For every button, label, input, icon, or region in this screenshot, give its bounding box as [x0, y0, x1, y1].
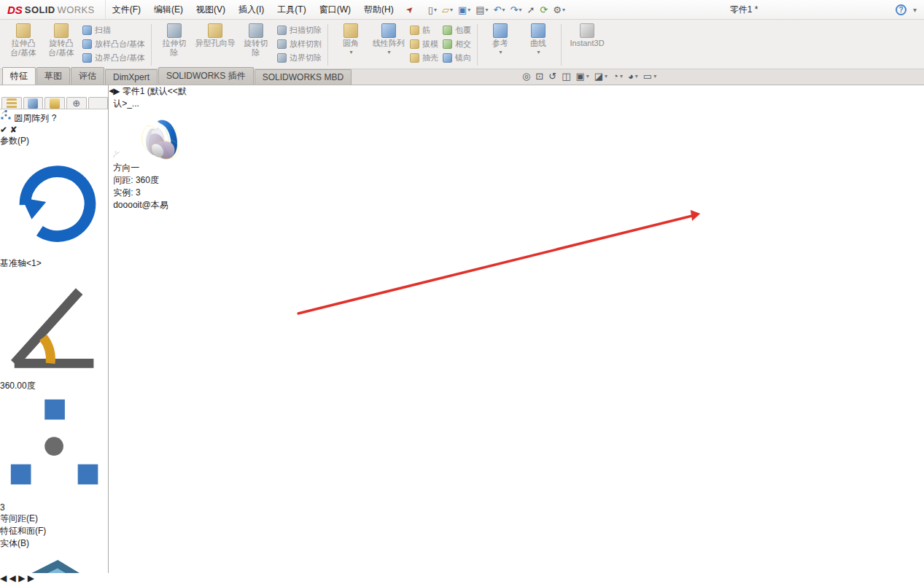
- new-document-button[interactable]: ▯▾: [427, 4, 438, 16]
- displaymanager-tab[interactable]: [88, 97, 109, 109]
- scroll-first-icon[interactable]: ◀: [0, 573, 7, 583]
- linear-pattern-button[interactable]: 线性阵列 ▾: [370, 21, 408, 69]
- propertymanager-tab[interactable]: [23, 97, 44, 109]
- menu-edit[interactable]: 编辑(E): [147, 0, 190, 19]
- draft-icon: [410, 39, 419, 49]
- direction1-dialog[interactable]: 方向一 间距: 360度 实例: 3: [113, 162, 192, 199]
- dropdown-caret-icon: ▾: [467, 7, 470, 13]
- redo-button[interactable]: ↷▾: [508, 4, 523, 16]
- boundary-boss-button[interactable]: 边界凸台/基体: [80, 52, 147, 63]
- swept-boss-button[interactable]: 扫描: [80, 25, 147, 36]
- swept-cut-button[interactable]: 扫描切除: [275, 25, 324, 36]
- spacing-input[interactable]: 360度: [136, 175, 159, 185]
- wrap-button[interactable]: 包覆: [440, 25, 473, 36]
- section-view-icon[interactable]: ◫: [562, 71, 570, 82]
- view-settings-icon[interactable]: ▭▾: [643, 71, 656, 82]
- graphics-viewport[interactable]: ▶ 零件1 (默认<<默认>_...: [113, 85, 192, 573]
- main-menu: 文件(F) 编辑(E) 视图(V) 插入(I) 工具(T) 窗口(W) 帮助(H…: [106, 0, 400, 19]
- breadcrumb[interactable]: ▶ 零件1 (默认<<默认>_...: [113, 85, 192, 110]
- reference-geometry-button[interactable]: 参考 ▾: [481, 21, 519, 69]
- dropdown-caret-icon: ▾: [500, 48, 502, 57]
- flyout-tree-arrow-icon[interactable]: ▶: [113, 86, 120, 96]
- help-icon[interactable]: ?: [896, 4, 906, 15]
- loft-boss-button[interactable]: 放样凸台/基体: [80, 39, 147, 50]
- tab-scroll-buttons[interactable]: ◀ ◀ ▶ ▶: [0, 573, 924, 583]
- tab-addins[interactable]: SOLIDWORKS 插件: [158, 67, 254, 85]
- boundary-cut-button[interactable]: 边界切除: [275, 52, 324, 63]
- pin-icon[interactable]: ➤: [403, 3, 416, 15]
- mirror-button[interactable]: 镜向: [440, 52, 473, 63]
- featuremanager-tab[interactable]: [1, 97, 22, 109]
- fillet-button[interactable]: 圆角 ▾: [332, 21, 370, 69]
- panel-help-icon[interactable]: ?: [52, 113, 57, 123]
- tab-dimxpert[interactable]: DimXpert: [105, 69, 158, 85]
- dimxpertmanager-tab[interactable]: ⊕: [66, 97, 87, 109]
- menu-view[interactable]: 视图(V): [190, 0, 232, 19]
- menu-insert[interactable]: 插入(I): [232, 0, 271, 19]
- zoom-area-icon[interactable]: ⊡: [535, 71, 543, 82]
- hide-show-items-icon[interactable]: ◔▾: [613, 71, 623, 82]
- axis-selection-field[interactable]: 基准轴<1>: [0, 257, 108, 270]
- dropdown-caret-icon: ▾: [450, 7, 453, 13]
- ribbon-separator: [477, 24, 478, 66]
- section-parameters[interactable]: 参数(P): [0, 135, 108, 147]
- save-button[interactable]: ▣▾: [457, 4, 472, 16]
- undo-button[interactable]: ↶▾: [492, 4, 507, 16]
- menu-file[interactable]: 文件(F): [106, 0, 147, 19]
- wrap-icon: [443, 26, 452, 35]
- extrude-cut-button[interactable]: 拉伸切 除: [155, 21, 193, 69]
- revolve-boss-button[interactable]: 旋转凸 台/基体: [42, 21, 80, 69]
- edit-appearance-icon[interactable]: ◕▾: [628, 71, 638, 82]
- dialog-title: 方向一: [113, 162, 192, 174]
- display-style-icon[interactable]: ◪▾: [594, 71, 607, 82]
- ok-button[interactable]: ✔: [0, 125, 7, 135]
- tab-evaluate[interactable]: 评估: [71, 67, 104, 85]
- configurationmanager-tab[interactable]: [44, 97, 65, 109]
- open-button[interactable]: ▱▾: [440, 4, 454, 16]
- view-orientation-icon[interactable]: ▣▾: [575, 71, 589, 82]
- instances-input[interactable]: 3: [136, 187, 141, 198]
- select-cursor-icon: ➚: [527, 4, 535, 15]
- tab-mbd[interactable]: SOLIDWORKS MBD: [255, 69, 352, 85]
- instant3d-icon: [580, 23, 594, 38]
- cancel-button[interactable]: ✘: [9, 125, 17, 135]
- loft-cut-button[interactable]: 放样切割: [275, 39, 324, 50]
- loft-cut-icon: [277, 39, 287, 49]
- shell-button[interactable]: 抽壳: [408, 52, 440, 63]
- save-icon: ▣: [458, 4, 467, 15]
- menu-window[interactable]: 窗口(W): [313, 0, 357, 19]
- tab-sketch[interactable]: 草图: [36, 67, 70, 85]
- rebuild-button[interactable]: ⟳: [538, 4, 549, 16]
- orientation-triad[interactable]: Y X Z: [114, 151, 120, 157]
- select-button[interactable]: ➚: [525, 4, 536, 16]
- intersect-button[interactable]: 相交: [440, 39, 473, 50]
- menu-help[interactable]: 帮助(H): [357, 0, 400, 19]
- extrude-boss-button[interactable]: 拉伸凸 台/基体: [4, 21, 42, 69]
- print-button[interactable]: ▤▾: [474, 4, 489, 16]
- rebuild-icon: ⟳: [540, 4, 548, 15]
- revolve-cut-button[interactable]: 旋转切 除: [237, 21, 275, 69]
- angle-spinner[interactable]: 360.00度: [0, 380, 108, 392]
- options-button[interactable]: ⚙▾: [551, 4, 567, 16]
- draft-button[interactable]: 拔模: [408, 39, 440, 50]
- reference-group: 参考 ▾ 曲线 ▾: [480, 21, 559, 69]
- ribbon-separator: [327, 24, 328, 66]
- tab-features[interactable]: 特征: [2, 67, 36, 85]
- scroll-right-icon[interactable]: ▶: [18, 573, 25, 583]
- curves-button[interactable]: 曲线 ▾: [519, 21, 557, 69]
- rib-button[interactable]: 筋: [408, 25, 440, 36]
- scroll-last-icon[interactable]: ▶: [28, 573, 34, 583]
- axis-endpoint-handle[interactable]: [158, 128, 158, 129]
- extrude-boss-icon: [16, 23, 31, 38]
- zoom-fit-icon[interactable]: ◎: [522, 71, 530, 82]
- scroll-left-icon[interactable]: ◀: [9, 573, 16, 583]
- instant3d-button[interactable]: Instant3D: [565, 21, 609, 69]
- equal-spacing-row[interactable]: 等间距(E): [0, 513, 108, 525]
- hole-wizard-button[interactable]: 异型孔向导: [193, 21, 237, 69]
- section-features-faces[interactable]: 特征和面(F): [0, 525, 108, 537]
- menu-tools[interactable]: 工具(T): [271, 0, 312, 19]
- section-bodies[interactable]: 实体(B): [0, 537, 108, 550]
- collapse-chevron-icon[interactable]: ▾: [913, 6, 917, 14]
- instance-count-spinner[interactable]: 3: [0, 502, 108, 513]
- previous-view-icon[interactable]: ↺: [548, 71, 556, 82]
